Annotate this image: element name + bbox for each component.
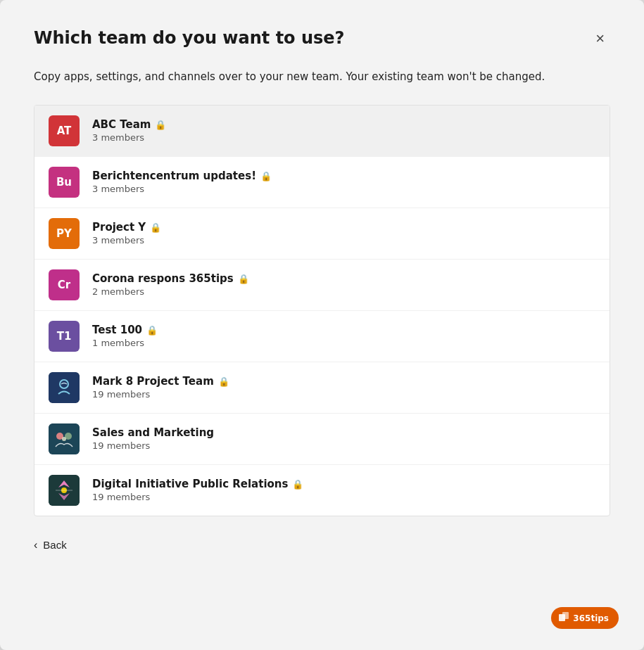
team-avatar (49, 372, 80, 403)
close-button[interactable]: × (590, 28, 610, 49)
back-chevron-icon: ‹ (34, 539, 37, 552)
team-avatar: T1 (49, 321, 80, 352)
team-info: ABC Team 🔒 3 members (92, 118, 595, 143)
modal-description: Copy apps, settings, and channels over t… (34, 69, 610, 85)
team-info: Digital Initiative Public Relations 🔒 19… (92, 478, 595, 502)
team-item[interactable]: Sales and Marketing 19 members (34, 414, 610, 465)
team-item[interactable]: AT ABC Team 🔒 3 members (34, 106, 610, 157)
office-icon (558, 611, 569, 625)
modal-container: Which team do you want to use? × Copy ap… (0, 0, 644, 650)
team-info: Corona respons 365tips 🔒 2 members (92, 272, 595, 297)
team-item[interactable]: T1 Test 100 🔒 1 members (34, 311, 610, 362)
team-item[interactable]: Bu Berichtencentrum updates! 🔒 3 members (34, 157, 610, 208)
team-name: Project Y 🔒 (92, 221, 595, 234)
lock-icon: 🔒 (260, 171, 272, 181)
lock-icon: 🔒 (155, 120, 166, 130)
team-info: Project Y 🔒 3 members (92, 221, 595, 246)
team-avatar: Bu (49, 167, 80, 198)
modal-title: Which team do you want to use? (34, 28, 345, 49)
team-name: Sales and Marketing (92, 426, 595, 439)
lock-icon: 🔒 (150, 222, 161, 233)
team-name: Digital Initiative Public Relations 🔒 (92, 478, 595, 490)
lock-icon: 🔒 (238, 274, 249, 284)
team-item[interactable]: Cr Corona respons 365tips 🔒 2 members (34, 260, 610, 311)
svg-rect-12 (562, 612, 569, 619)
team-members: 19 members (92, 440, 595, 451)
back-button[interactable]: ‹ Back (34, 536, 67, 554)
back-label: Back (43, 539, 66, 551)
team-members: 2 members (92, 286, 595, 297)
team-name: Corona respons 365tips 🔒 (92, 272, 595, 285)
team-list: AT ABC Team 🔒 3 members Bu Berichtencent… (34, 105, 610, 516)
team-members: 19 members (92, 492, 595, 502)
team-members: 19 members (92, 389, 595, 400)
modal-header: Which team do you want to use? × (34, 28, 610, 49)
team-item[interactable]: PY Project Y 🔒 3 members (34, 208, 610, 260)
lock-icon: 🔒 (146, 325, 158, 336)
team-avatar: Cr (49, 269, 80, 300)
team-name: Mark 8 Project Team 🔒 (92, 375, 595, 388)
team-info: Berichtencentrum updates! 🔒 3 members (92, 170, 595, 194)
lock-icon: 🔒 (218, 376, 229, 387)
team-members: 1 members (92, 338, 595, 348)
team-members: 3 members (92, 132, 595, 143)
team-members: 3 members (92, 235, 595, 246)
lock-icon: 🔒 (292, 479, 303, 490)
team-info: Test 100 🔒 1 members (92, 324, 595, 348)
brand-badge: 365tips (551, 607, 619, 629)
team-members: 3 members (92, 184, 595, 194)
team-info: Mark 8 Project Team 🔒 19 members (92, 375, 595, 400)
team-info: Sales and Marketing 19 members (92, 426, 595, 451)
team-avatar (49, 475, 80, 506)
team-name: Berichtencentrum updates! 🔒 (92, 170, 595, 182)
team-name: Test 100 🔒 (92, 324, 595, 336)
team-name: ABC Team 🔒 (92, 118, 595, 131)
team-item[interactable]: Digital Initiative Public Relations 🔒 19… (34, 465, 610, 516)
team-avatar (49, 423, 80, 454)
team-avatar: AT (49, 115, 80, 146)
team-item[interactable]: Mark 8 Project Team 🔒 19 members (34, 362, 610, 414)
brand-label: 365tips (573, 613, 609, 623)
team-avatar: PY (49, 218, 80, 249)
svg-point-5 (62, 437, 66, 441)
